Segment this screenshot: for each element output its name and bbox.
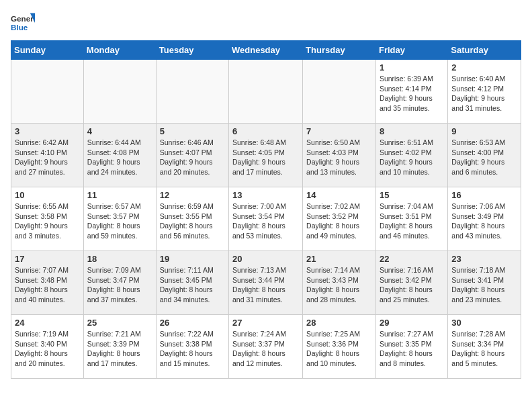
- day-info: Sunrise: 7:19 AM Sunset: 3:40 PM Dayligh…: [15, 329, 80, 369]
- day-info: Sunrise: 6:55 AM Sunset: 3:58 PM Dayligh…: [15, 201, 80, 241]
- svg-text:Blue: Blue: [11, 23, 28, 32]
- logo: General Blue: [11, 11, 35, 35]
- calendar-week-row: 10Sunrise: 6:55 AM Sunset: 3:58 PM Dayli…: [11, 187, 521, 251]
- calendar-cell: 11Sunrise: 6:57 AM Sunset: 3:57 PM Dayli…: [83, 187, 156, 251]
- calendar-cell: [303, 60, 376, 124]
- day-info: Sunrise: 7:04 AM Sunset: 3:51 PM Dayligh…: [380, 201, 444, 241]
- day-header-saturday: Saturday: [448, 41, 521, 60]
- calendar-week-row: 24Sunrise: 7:19 AM Sunset: 3:40 PM Dayli…: [11, 315, 521, 379]
- day-number: 16: [451, 190, 517, 200]
- calendar-cell: 23Sunrise: 7:18 AM Sunset: 3:41 PM Dayli…: [448, 251, 521, 315]
- day-number: 23: [451, 254, 517, 264]
- day-number: 6: [232, 126, 299, 136]
- calendar-cell: 3Sunrise: 6:42 AM Sunset: 4:10 PM Daylig…: [11, 124, 84, 187]
- day-info: Sunrise: 7:25 AM Sunset: 3:36 PM Dayligh…: [306, 329, 372, 369]
- day-info: Sunrise: 6:42 AM Sunset: 4:10 PM Dayligh…: [15, 138, 80, 177]
- calendar-cell: 22Sunrise: 7:16 AM Sunset: 3:42 PM Dayli…: [375, 251, 447, 315]
- day-info: Sunrise: 7:27 AM Sunset: 3:35 PM Dayligh…: [380, 329, 444, 369]
- day-number: 30: [451, 318, 517, 328]
- day-number: 19: [160, 254, 225, 264]
- day-info: Sunrise: 7:02 AM Sunset: 3:52 PM Dayligh…: [306, 201, 372, 241]
- logo-icon: General Blue: [11, 11, 35, 35]
- day-info: Sunrise: 6:48 AM Sunset: 4:05 PM Dayligh…: [232, 138, 299, 177]
- day-number: 8: [380, 126, 444, 136]
- calendar-cell: 21Sunrise: 7:14 AM Sunset: 3:43 PM Dayli…: [303, 251, 376, 315]
- day-number: 24: [15, 318, 80, 328]
- day-info: Sunrise: 7:14 AM Sunset: 3:43 PM Dayligh…: [306, 265, 372, 305]
- calendar-cell: 25Sunrise: 7:21 AM Sunset: 3:39 PM Dayli…: [83, 315, 156, 379]
- calendar-cell: 29Sunrise: 7:27 AM Sunset: 3:35 PM Dayli…: [375, 315, 447, 379]
- day-info: Sunrise: 7:06 AM Sunset: 3:49 PM Dayligh…: [451, 201, 517, 241]
- day-number: 17: [15, 254, 80, 264]
- day-info: Sunrise: 7:18 AM Sunset: 3:41 PM Dayligh…: [451, 265, 517, 305]
- calendar-week-row: 3Sunrise: 6:42 AM Sunset: 4:10 PM Daylig…: [11, 124, 521, 187]
- calendar-cell: 5Sunrise: 6:46 AM Sunset: 4:07 PM Daylig…: [156, 124, 228, 187]
- calendar-cell: 1Sunrise: 6:39 AM Sunset: 4:14 PM Daylig…: [375, 60, 447, 124]
- calendar-cell: [229, 60, 303, 124]
- calendar: SundayMondayTuesdayWednesdayThursdayFrid…: [11, 40, 521, 379]
- day-info: Sunrise: 7:22 AM Sunset: 3:38 PM Dayligh…: [160, 329, 225, 369]
- day-number: 7: [306, 126, 372, 136]
- day-header-monday: Monday: [83, 41, 156, 60]
- day-info: Sunrise: 7:21 AM Sunset: 3:39 PM Dayligh…: [87, 329, 152, 369]
- header: General Blue: [11, 11, 521, 35]
- calendar-cell: 19Sunrise: 7:11 AM Sunset: 3:45 PM Dayli…: [156, 251, 228, 315]
- day-info: Sunrise: 6:40 AM Sunset: 4:12 PM Dayligh…: [451, 74, 517, 113]
- day-info: Sunrise: 7:07 AM Sunset: 3:48 PM Dayligh…: [15, 265, 80, 305]
- day-number: 20: [232, 254, 299, 264]
- day-number: 26: [160, 318, 225, 328]
- day-number: 1: [380, 62, 444, 73]
- day-info: Sunrise: 6:53 AM Sunset: 4:00 PM Dayligh…: [451, 138, 517, 177]
- calendar-cell: 2Sunrise: 6:40 AM Sunset: 4:12 PM Daylig…: [448, 60, 521, 124]
- day-number: 2: [451, 62, 517, 73]
- calendar-cell: 10Sunrise: 6:55 AM Sunset: 3:58 PM Dayli…: [11, 187, 84, 251]
- calendar-cell: 16Sunrise: 7:06 AM Sunset: 3:49 PM Dayli…: [448, 187, 521, 251]
- calendar-cell: 20Sunrise: 7:13 AM Sunset: 3:44 PM Dayli…: [229, 251, 303, 315]
- day-number: 28: [306, 318, 372, 328]
- day-info: Sunrise: 7:09 AM Sunset: 3:47 PM Dayligh…: [87, 265, 152, 305]
- day-info: Sunrise: 7:24 AM Sunset: 3:37 PM Dayligh…: [232, 329, 299, 369]
- day-number: 10: [15, 190, 80, 200]
- day-number: 4: [87, 126, 152, 136]
- calendar-cell: 18Sunrise: 7:09 AM Sunset: 3:47 PM Dayli…: [83, 251, 156, 315]
- day-number: 21: [306, 254, 372, 264]
- day-info: Sunrise: 6:57 AM Sunset: 3:57 PM Dayligh…: [87, 201, 152, 241]
- day-number: 13: [232, 190, 299, 200]
- day-header-friday: Friday: [375, 41, 447, 60]
- day-info: Sunrise: 7:00 AM Sunset: 3:54 PM Dayligh…: [232, 201, 299, 241]
- calendar-cell: [11, 60, 84, 124]
- calendar-cell: 30Sunrise: 7:28 AM Sunset: 3:34 PM Dayli…: [448, 315, 521, 379]
- day-number: 25: [87, 318, 152, 328]
- day-number: 5: [160, 126, 225, 136]
- day-info: Sunrise: 6:44 AM Sunset: 4:08 PM Dayligh…: [87, 138, 152, 177]
- calendar-cell: 17Sunrise: 7:07 AM Sunset: 3:48 PM Dayli…: [11, 251, 84, 315]
- day-number: 3: [15, 126, 80, 136]
- calendar-cell: 13Sunrise: 7:00 AM Sunset: 3:54 PM Dayli…: [229, 187, 303, 251]
- day-header-sunday: Sunday: [11, 41, 84, 60]
- day-info: Sunrise: 7:28 AM Sunset: 3:34 PM Dayligh…: [451, 329, 517, 369]
- day-info: Sunrise: 6:39 AM Sunset: 4:14 PM Dayligh…: [380, 74, 444, 113]
- calendar-cell: 24Sunrise: 7:19 AM Sunset: 3:40 PM Dayli…: [11, 315, 84, 379]
- calendar-cell: 6Sunrise: 6:48 AM Sunset: 4:05 PM Daylig…: [229, 124, 303, 187]
- calendar-cell: 4Sunrise: 6:44 AM Sunset: 4:08 PM Daylig…: [83, 124, 156, 187]
- calendar-header-row: SundayMondayTuesdayWednesdayThursdayFrid…: [11, 41, 521, 60]
- calendar-cell: 27Sunrise: 7:24 AM Sunset: 3:37 PM Dayli…: [229, 315, 303, 379]
- day-number: 11: [87, 190, 152, 200]
- calendar-cell: 26Sunrise: 7:22 AM Sunset: 3:38 PM Dayli…: [156, 315, 228, 379]
- day-header-tuesday: Tuesday: [156, 41, 228, 60]
- day-number: 22: [380, 254, 444, 264]
- day-header-thursday: Thursday: [303, 41, 376, 60]
- calendar-week-row: 17Sunrise: 7:07 AM Sunset: 3:48 PM Dayli…: [11, 251, 521, 315]
- calendar-cell: 14Sunrise: 7:02 AM Sunset: 3:52 PM Dayli…: [303, 187, 376, 251]
- day-info: Sunrise: 6:46 AM Sunset: 4:07 PM Dayligh…: [160, 138, 225, 177]
- day-info: Sunrise: 6:51 AM Sunset: 4:02 PM Dayligh…: [380, 138, 444, 177]
- calendar-cell: 12Sunrise: 6:59 AM Sunset: 3:55 PM Dayli…: [156, 187, 228, 251]
- day-info: Sunrise: 6:50 AM Sunset: 4:03 PM Dayligh…: [306, 138, 372, 177]
- calendar-cell: [156, 60, 228, 124]
- day-header-wednesday: Wednesday: [229, 41, 303, 60]
- calendar-cell: 8Sunrise: 6:51 AM Sunset: 4:02 PM Daylig…: [375, 124, 447, 187]
- calendar-cell: [83, 60, 156, 124]
- calendar-cell: 7Sunrise: 6:50 AM Sunset: 4:03 PM Daylig…: [303, 124, 376, 187]
- day-number: 14: [306, 190, 372, 200]
- day-info: Sunrise: 7:16 AM Sunset: 3:42 PM Dayligh…: [380, 265, 444, 305]
